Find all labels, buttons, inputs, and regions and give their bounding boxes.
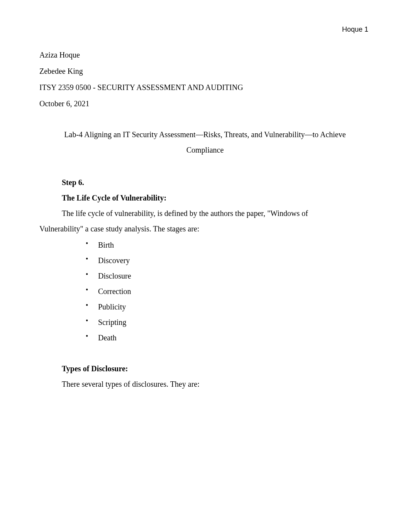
title-line-2: Compliance <box>39 142 371 158</box>
running-head: Hoque 1 <box>39 22 371 36</box>
list-item: Scripting <box>86 314 371 330</box>
instructor-line: Zebedee King <box>39 63 371 79</box>
lifecycle-para-line1: The life cycle of vulnerability, is defi… <box>39 206 371 221</box>
disclosure-heading: Types of Disclosure: <box>39 361 371 376</box>
document-title: Lab-4 Aligning an IT Security Assessment… <box>39 127 371 158</box>
list-item: Publicity <box>86 299 371 314</box>
list-item: Death <box>86 330 371 345</box>
lifecycle-list: Birth Discovery Disclosure Correction Pu… <box>39 237 371 345</box>
author-line: Aziza Hoque <box>39 47 371 63</box>
course-line: ITSY 2359 0500 - SECURITY ASSESSMENT AND… <box>39 80 371 95</box>
title-line-1: Lab-4 Aligning an IT Security Assessment… <box>39 127 371 142</box>
list-item: Disclosure <box>86 268 371 284</box>
date-line: October 6, 2021 <box>39 96 371 111</box>
disclosure-para: There several types of disclosures. They… <box>39 376 371 392</box>
list-item: Discovery <box>86 253 371 268</box>
step-heading: Step 6. <box>39 175 371 190</box>
list-item: Birth <box>86 237 371 253</box>
list-item: Correction <box>86 284 371 299</box>
lifecycle-heading: The Life Cycle of Vulnerability: <box>39 190 371 206</box>
lifecycle-para-line2: Vulnerability" a case study analysis. Th… <box>39 221 371 236</box>
